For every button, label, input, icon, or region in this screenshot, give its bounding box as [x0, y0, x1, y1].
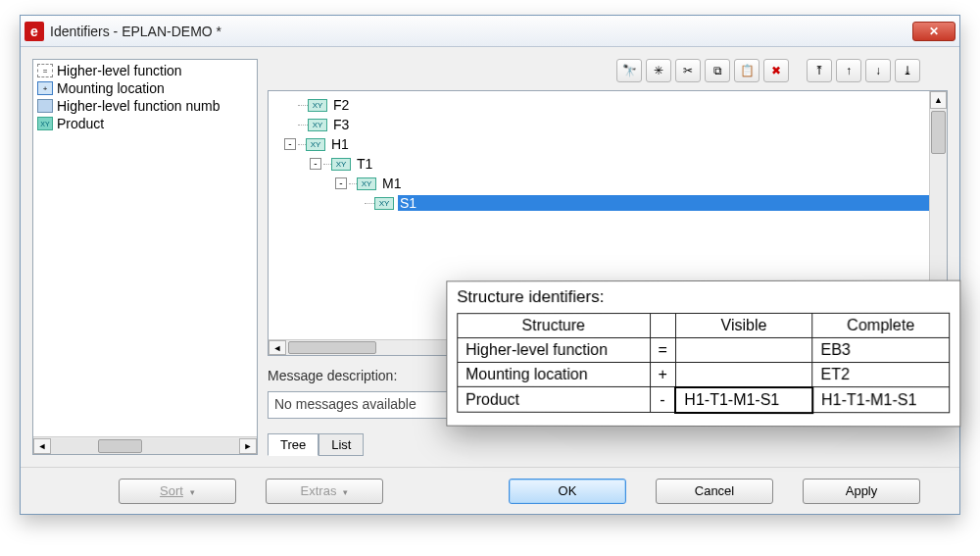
- collapse-toggle[interactable]: -: [310, 158, 321, 170]
- cut-button[interactable]: ✂: [675, 59, 701, 82]
- collapse-toggle[interactable]: -: [284, 138, 296, 150]
- move-bottom-icon: ⤓: [903, 64, 912, 77]
- tooltip-row: Higher-level function = EB3: [458, 337, 950, 362]
- collapse-toggle[interactable]: -: [335, 177, 347, 189]
- extras-button[interactable]: Extras: [266, 479, 383, 504]
- cancel-button[interactable]: Cancel: [656, 479, 773, 504]
- move-bottom-button[interactable]: ⤓: [895, 59, 920, 82]
- paste-button[interactable]: 📋: [734, 59, 760, 82]
- tab-tree[interactable]: Tree: [268, 433, 318, 456]
- tree-node-f2[interactable]: XY F2: [270, 95, 945, 115]
- xy-icon: XY: [308, 99, 327, 112]
- tooltip-row: Product - H1-T1-M1-S1 H1-T1-M1-S1: [458, 386, 950, 412]
- tree-node-s1[interactable]: XY S1: [270, 193, 945, 213]
- tooltip-title: Structure identifiers:: [457, 287, 950, 308]
- tree-node-f3[interactable]: XY F3: [270, 115, 945, 134]
- xy-icon: [37, 117, 53, 130]
- ok-button[interactable]: OK: [509, 479, 626, 504]
- app-icon: e: [24, 22, 44, 41]
- xy-icon: XY: [308, 119, 327, 131]
- move-top-icon: ⤒: [814, 64, 824, 77]
- left-horizontal-scrollbar[interactable]: ◄ ►: [33, 436, 257, 454]
- star-icon: ✳: [654, 64, 663, 77]
- scroll-up-icon[interactable]: ▲: [930, 91, 947, 109]
- scissors-icon: ✂: [683, 64, 693, 77]
- dialog-footer: Sort Extras OK Cancel Apply: [21, 467, 959, 514]
- category-item-higher-level-function-number[interactable]: Higher-level function numb: [35, 97, 255, 115]
- xy-icon: XY: [357, 177, 376, 190]
- arrow-down-icon: ↓: [875, 64, 881, 77]
- category-item-product[interactable]: Product: [35, 115, 255, 132]
- scroll-left-icon[interactable]: ◄: [33, 438, 51, 454]
- view-tabs: Tree List: [268, 432, 948, 455]
- move-down-button[interactable]: ↓: [865, 59, 891, 82]
- col-structure: Structure: [458, 314, 650, 338]
- scroll-left-icon[interactable]: ◄: [269, 340, 286, 355]
- category-item-higher-level-function[interactable]: Higher-level function: [35, 62, 255, 79]
- scroll-thumb[interactable]: [288, 341, 376, 354]
- sort-button[interactable]: Sort: [119, 479, 236, 504]
- titlebar: e Identifiers - EPLAN-DEMO * ✕: [21, 16, 959, 47]
- xy-icon: XY: [331, 158, 351, 171]
- arrow-up-icon: ↑: [846, 64, 852, 77]
- tooltip-row: Mounting location + ET2: [458, 362, 950, 386]
- structure-identifiers-tooltip: Structure identifiers: Structure Visible…: [446, 280, 960, 427]
- category-list: Higher-level function Mounting location …: [32, 59, 258, 455]
- tree-node-h1[interactable]: - XY H1: [270, 134, 945, 154]
- new-button[interactable]: ✳: [646, 59, 671, 82]
- equals-icon: [37, 64, 53, 77]
- close-button[interactable]: ✕: [912, 22, 956, 41]
- tree-node-t1[interactable]: - XY T1: [270, 154, 945, 174]
- move-up-button[interactable]: ↑: [836, 59, 861, 82]
- plus-icon: [37, 81, 53, 95]
- scroll-thumb[interactable]: [931, 111, 946, 154]
- col-visible: Visible: [675, 313, 812, 337]
- binoculars-icon: 🔭: [622, 64, 637, 77]
- col-complete: Complete: [812, 313, 950, 337]
- scroll-right-icon[interactable]: ►: [239, 438, 257, 454]
- xy-icon: XY: [374, 197, 394, 210]
- scroll-thumb[interactable]: [98, 439, 142, 453]
- category-item-mounting-location[interactable]: Mounting location: [35, 79, 255, 97]
- delete-icon: ✖: [771, 64, 781, 77]
- paste-icon: 📋: [740, 64, 755, 77]
- move-top-button[interactable]: ⤒: [807, 59, 832, 82]
- toolbar: 🔭 ✳ ✂ ⧉ 📋 ✖ ⤒ ↑ ↓ ⤓: [616, 59, 920, 82]
- find-button[interactable]: 🔭: [616, 59, 642, 82]
- xy-icon: XY: [306, 138, 325, 151]
- box-icon: [37, 99, 53, 113]
- copy-button[interactable]: ⧉: [705, 59, 730, 82]
- tree-node-m1[interactable]: - XY M1: [270, 174, 945, 193]
- copy-icon: ⧉: [713, 64, 722, 77]
- delete-button[interactable]: ✖: [763, 59, 789, 82]
- window-title: Identifiers - EPLAN-DEMO *: [50, 24, 221, 39]
- identifiers-dialog: e Identifiers - EPLAN-DEMO * ✕ Higher-le…: [20, 15, 960, 515]
- tooltip-table: Structure Visible Complete Higher-level …: [457, 313, 950, 414]
- tab-list[interactable]: List: [318, 433, 364, 456]
- apply-button[interactable]: Apply: [803, 479, 920, 504]
